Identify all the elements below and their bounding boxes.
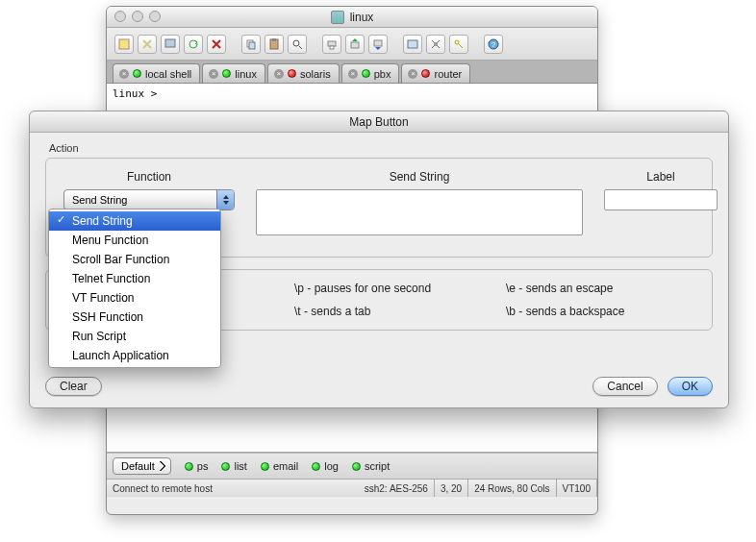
- titlebar: linux: [107, 7, 597, 28]
- clear-button[interactable]: Clear: [45, 377, 102, 396]
- status-cipher: ssh2: AES-256: [359, 480, 435, 497]
- status-dot-icon: [362, 69, 370, 78]
- traffic-lights[interactable]: [114, 11, 161, 22]
- quick-list[interactable]: list: [221, 460, 246, 472]
- status-term: VT100: [557, 480, 597, 497]
- function-header: Function: [127, 170, 171, 184]
- tb-reconnect-icon[interactable]: [184, 35, 203, 54]
- profile-dropdown[interactable]: Default: [113, 457, 171, 475]
- svg-rect-13: [408, 40, 417, 48]
- window-icon: [331, 11, 344, 24]
- tab-close-icon[interactable]: ×: [274, 69, 284, 79]
- tab-bar: × local shell × linux × solaris × pbx × …: [107, 61, 597, 84]
- minimize-icon[interactable]: [132, 11, 143, 22]
- svg-rect-4: [249, 42, 255, 49]
- dot-icon: [185, 462, 193, 471]
- status-dot-icon: [288, 69, 296, 78]
- hint-p: \p - pauses for one second: [294, 282, 506, 295]
- quick-script[interactable]: script: [352, 460, 390, 472]
- svg-point-7: [293, 40, 299, 46]
- function-combobox[interactable]: Send String: [63, 189, 235, 210]
- tab-pbx[interactable]: × pbx: [341, 63, 400, 83]
- svg-rect-1: [165, 39, 175, 47]
- tab-label: router: [434, 68, 462, 80]
- menu-item-vt-function[interactable]: VT Function: [49, 288, 220, 308]
- action-group-label: Action: [49, 142, 713, 154]
- tb-paste-icon[interactable]: [265, 35, 284, 54]
- svg-rect-12: [374, 40, 382, 46]
- menu-item-scroll-bar-function[interactable]: Scroll Bar Function: [49, 250, 220, 269]
- svg-rect-0: [119, 39, 129, 49]
- svg-point-14: [434, 42, 438, 46]
- quick-email[interactable]: email: [261, 460, 298, 472]
- tb-print-icon[interactable]: [322, 35, 341, 54]
- quick-log[interactable]: log: [312, 460, 339, 472]
- status-dot-icon: [133, 69, 141, 78]
- send-string-header: Send String: [390, 170, 450, 184]
- tb-sessions-icon[interactable]: [161, 35, 180, 54]
- status-message: Connect to remote host: [107, 483, 359, 494]
- tb-terminal-icon[interactable]: [403, 35, 422, 54]
- tab-label: local shell: [145, 68, 191, 80]
- status-dot-icon: [421, 69, 430, 78]
- tab-close-icon[interactable]: ×: [348, 69, 358, 79]
- status-bar: Connect to remote host ssh2: AES-256 3, …: [107, 480, 597, 497]
- tab-label: pbx: [374, 68, 391, 80]
- svg-rect-6: [272, 38, 276, 41]
- tb-keys-icon[interactable]: [449, 35, 468, 54]
- menu-item-ssh-function[interactable]: SSH Function: [49, 308, 220, 327]
- zoom-icon[interactable]: [149, 11, 161, 22]
- tb-settings-icon[interactable]: [426, 35, 445, 54]
- tb-quick-connect-icon[interactable]: [138, 35, 157, 54]
- profile-label: Default: [121, 460, 155, 472]
- svg-text:?: ?: [491, 40, 496, 49]
- quick-ps[interactable]: ps: [185, 460, 209, 472]
- tb-transfer-send-icon[interactable]: [345, 35, 365, 54]
- dot-icon: [261, 462, 269, 471]
- tab-close-icon[interactable]: ×: [119, 69, 129, 79]
- svg-line-16: [458, 43, 463, 48]
- label-input[interactable]: [604, 189, 718, 210]
- tab-solaris[interactable]: × solaris: [267, 63, 340, 83]
- bottom-bar: Default ps list email log script: [107, 453, 597, 480]
- function-menu[interactable]: Send String Menu Function Scroll Bar Fun…: [48, 209, 221, 368]
- tb-find-icon[interactable]: [288, 35, 307, 54]
- tb-help-icon[interactable]: ?: [484, 35, 503, 54]
- tb-disconnect-icon[interactable]: [207, 35, 226, 54]
- label-header: Label: [646, 170, 674, 184]
- tab-label: solaris: [300, 68, 331, 80]
- function-combo-value: Send String: [72, 194, 127, 206]
- close-icon[interactable]: [114, 11, 126, 22]
- menu-item-menu-function[interactable]: Menu Function: [49, 231, 220, 250]
- status-dot-icon: [222, 69, 231, 78]
- status-cursor: 3, 20: [435, 480, 468, 497]
- cancel-button[interactable]: Cancel: [592, 377, 657, 396]
- send-string-input[interactable]: [256, 189, 583, 235]
- tab-close-icon[interactable]: ×: [209, 69, 218, 79]
- menu-item-run-script[interactable]: Run Script: [49, 327, 220, 346]
- tab-linux[interactable]: × linux: [202, 63, 265, 83]
- tab-label: linux: [235, 68, 257, 80]
- menu-item-launch-application[interactable]: Launch Application: [49, 346, 220, 365]
- ok-button[interactable]: OK: [668, 377, 713, 396]
- tb-transfer-recv-icon[interactable]: [368, 35, 388, 54]
- menu-item-telnet-function[interactable]: Telnet Function: [49, 269, 220, 288]
- tab-local-shell[interactable]: × local shell: [113, 63, 200, 83]
- hint-e: \e - sends an escape: [506, 282, 698, 295]
- dot-icon: [312, 462, 320, 471]
- hint-b: \b - sends a backspace: [506, 305, 698, 318]
- tab-close-icon[interactable]: ×: [408, 69, 417, 79]
- svg-line-8: [299, 46, 302, 49]
- svg-rect-11: [351, 42, 359, 48]
- updown-icon[interactable]: [216, 190, 234, 209]
- menu-item-send-string[interactable]: Send String: [49, 211, 220, 231]
- tab-router[interactable]: × router: [401, 63, 470, 83]
- window-title: linux: [350, 11, 374, 24]
- dot-icon: [352, 462, 361, 471]
- tb-new-session-icon[interactable]: [114, 35, 134, 54]
- svg-rect-9: [328, 41, 336, 46]
- terminal-prompt: linux >: [113, 87, 157, 100]
- status-size: 24 Rows, 80 Cols: [468, 480, 556, 497]
- svg-rect-10: [330, 46, 334, 49]
- tb-copy-icon[interactable]: [241, 35, 261, 54]
